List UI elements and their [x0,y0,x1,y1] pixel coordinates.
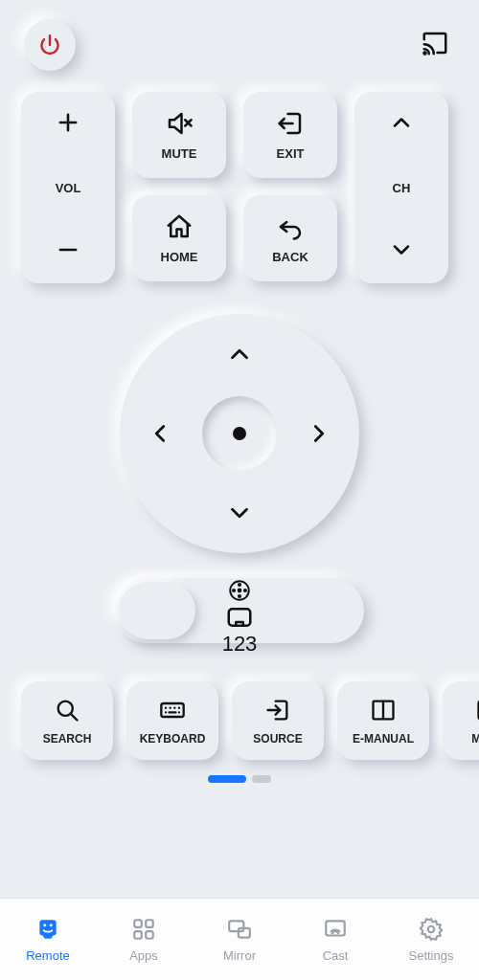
tab-remote[interactable]: Remote [0,899,96,980]
shortcut-emanual[interactable]: E-MANUAL [337,681,429,760]
menu-icon [475,697,479,726]
home-label: HOME [161,250,198,264]
shortcut-menu[interactable]: MENU [443,681,479,760]
dpad-down-button[interactable] [211,484,268,542]
tab-label: Apps [129,948,158,963]
dpad-ok-button[interactable] [202,396,277,471]
mute-icon [165,109,194,141]
tab-label: Remote [26,948,70,963]
shortcut-label: E-MANUAL [353,732,414,746]
mute-button[interactable]: MUTE [132,92,226,178]
exit-icon [276,109,305,141]
gear-icon [419,917,444,945]
home-button[interactable]: HOME [132,195,226,281]
dpad-up-button[interactable] [211,325,268,383]
cast-icon-button[interactable] [415,23,455,67]
tab-label: Settings [409,948,454,963]
source-icon [264,697,291,726]
channel-label: CH [393,181,411,195]
tab-settings[interactable]: Settings [383,899,479,980]
tabbar: Remote Apps Mirror Cast Settings [0,898,479,980]
dpad-left-button[interactable] [131,405,189,462]
channel-up-button[interactable] [388,109,415,139]
dpad-ok-dot [233,427,246,440]
svg-rect-19 [326,921,345,935]
tab-apps[interactable]: Apps [96,899,192,980]
mode-switch: 123 [115,578,364,643]
mode-numpad-label: 123 [222,632,258,657]
shortcut-source[interactable]: SOURCE [232,681,324,760]
mode-dpad-button[interactable] [227,578,252,603]
svg-rect-15 [134,931,142,939]
tab-label: Mirror [223,948,256,963]
back-label: BACK [272,250,308,264]
tab-mirror[interactable]: Mirror [192,899,287,980]
mute-label: MUTE [162,146,197,161]
shortcut-keyboard[interactable]: KEYBOARD [126,681,218,760]
shortcut-label: KEYBOARD [140,732,206,746]
cast-tab-icon [323,917,348,945]
channel-down-button[interactable] [388,236,415,266]
power-button[interactable] [24,19,76,71]
volume-up-button[interactable] [55,109,81,139]
mode-active-indicator [119,582,195,639]
svg-point-11 [43,924,46,926]
shortcut-label: SEARCH [43,732,92,746]
exit-button[interactable]: EXIT [243,92,337,178]
svg-point-3 [239,584,240,586]
page-dot-active [208,775,246,783]
svg-rect-13 [134,920,142,927]
shortcut-scroller[interactable]: SEARCH KEYBOARD SOURCE E-MANUAL MENU [0,658,479,769]
shortcut-label: SOURCE [253,732,302,746]
svg-point-12 [50,924,53,926]
svg-point-2 [239,590,241,592]
svg-rect-14 [146,920,153,927]
svg-point-5 [233,590,235,591]
volume-down-button[interactable] [55,236,81,266]
home-icon [165,212,194,244]
tab-label: Cast [323,948,349,963]
mode-touchpad-button[interactable] [225,603,254,632]
shortcut-label: MENU [471,732,479,746]
book-icon [370,697,397,726]
remote-icon [35,917,60,945]
svg-rect-9 [161,703,183,717]
shortcut-search[interactable]: SEARCH [21,681,113,760]
dpad [120,314,359,553]
keyboard-icon [159,697,186,726]
back-icon [276,212,305,244]
mirror-icon [227,917,252,945]
exit-label: EXIT [277,146,305,161]
mode-numpad-button[interactable]: 123 [222,632,258,657]
svg-point-20 [428,925,435,932]
search-icon [54,697,80,726]
back-button[interactable]: BACK [243,195,337,281]
svg-rect-17 [229,921,243,931]
svg-point-6 [244,590,246,591]
svg-point-4 [239,595,240,597]
page-indicator [0,769,479,802]
svg-rect-16 [146,931,153,939]
channel-rocker: CH [354,92,448,283]
tab-cast[interactable]: Cast [287,899,383,980]
volume-label: VOL [56,181,81,195]
apps-icon [131,917,156,945]
page-dot [252,775,271,783]
svg-point-0 [423,52,425,54]
volume-rocker: VOL [21,92,115,283]
dpad-right-button[interactable] [290,405,348,462]
